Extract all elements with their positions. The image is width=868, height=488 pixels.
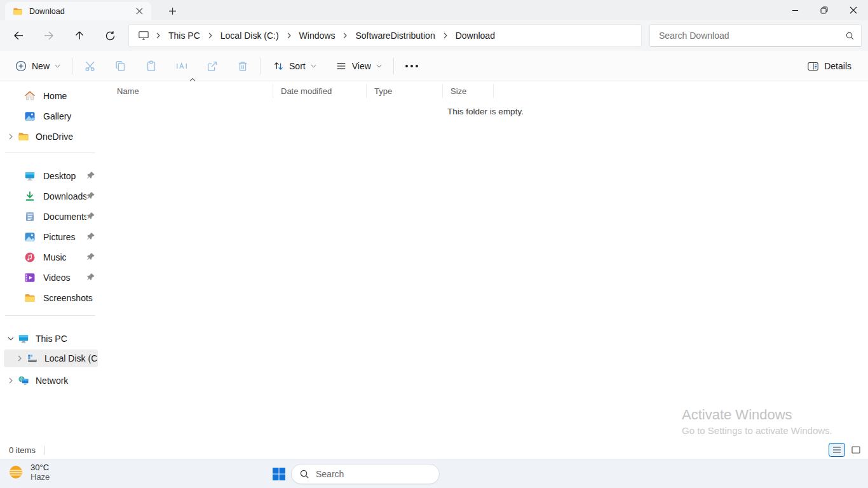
restore-button[interactable] [810,0,839,20]
sidebar-item-label: Screenshots [43,293,98,303]
explorer-tab[interactable]: Download [5,2,151,20]
breadcrumb-chevron-icon [340,32,350,39]
local-disk-icon [27,353,38,364]
large-icons-view-toggle[interactable] [848,443,864,457]
breadcrumb-this-pc[interactable]: This PC [163,28,205,43]
forward-button[interactable] [38,25,60,46]
share-button[interactable] [200,55,225,78]
sidebar-item-pictures[interactable]: Pictures [4,229,98,245]
file-list-area: Name Date modified Type Size This folder… [103,81,868,442]
details-pane-button[interactable]: Details [801,57,858,76]
sidebar-item-network[interactable]: Network [4,372,98,389]
back-button[interactable] [8,25,29,46]
rename-button[interactable] [169,55,194,78]
plus-circle-icon [15,60,27,72]
breadcrumb-softwaredistribution[interactable]: SoftwareDistribution [350,28,440,43]
new-button[interactable]: New [9,57,67,76]
paste-button[interactable] [139,55,164,78]
column-header-type[interactable]: Type [367,84,443,98]
new-tab-button[interactable] [164,3,180,18]
haze-weather-icon [6,463,25,482]
sidebar-item-label: This PC [36,334,98,344]
cut-button[interactable] [78,55,103,78]
close-button[interactable] [839,0,868,20]
item-count: 0 items [0,445,36,455]
sidebar-item-label: Pictures [43,232,86,242]
videos-icon [24,272,36,283]
weather-widget[interactable]: 30°C Haze [6,463,50,482]
sidebar-item-label: Videos [43,273,86,283]
windows-logo-icon [271,466,287,482]
sidebar-item-gallery[interactable]: Gallery [4,108,98,125]
refresh-button[interactable] [99,25,121,46]
start-button[interactable] [270,466,288,482]
navigation-pane: Home Gallery OneDrive Desktop [0,81,103,442]
toolbar-divider [261,58,261,74]
search-icon [299,469,309,479]
column-header-size[interactable]: Size [443,84,494,98]
chevron-right-icon[interactable] [4,377,18,384]
sidebar-item-label: OneDrive [36,132,98,142]
chevron-right-icon[interactable] [4,133,18,140]
details-pane-icon [807,61,819,72]
search-icon[interactable] [845,31,855,41]
desktop-screen: Download [0,0,868,488]
window-controls [780,0,868,20]
sidebar-item-music[interactable]: Music [4,249,98,266]
column-header-name[interactable]: Name [109,84,273,98]
delete-button[interactable] [230,55,255,78]
navigation-bar: This PC Local Disk (C:) Windows Software… [0,20,868,51]
sidebar-item-label: Local Disk (C:) [44,353,98,363]
taskbar-search-input[interactable] [316,469,417,479]
more-options-icon [405,65,408,67]
sidebar-item-label: Downloads [43,191,86,201]
sidebar-item-screenshots[interactable]: Screenshots [4,290,98,306]
chevron-down-icon[interactable] [4,336,18,341]
sidebar-item-downloads[interactable]: Downloads [4,188,98,205]
chevron-down-icon [55,64,60,68]
sidebar-item-onedrive[interactable]: OneDrive [4,128,98,145]
chevron-down-icon [311,64,316,68]
view-button-label: View [352,61,371,71]
column-header-date-modified[interactable]: Date modified [273,84,367,98]
watermark-subtitle: Go to Settings to activate Windows. [682,425,832,436]
sidebar-item-local-disk-c[interactable]: Local Disk (C:) [4,349,98,367]
view-button[interactable]: View [329,57,388,76]
minimize-button[interactable] [780,0,810,20]
sidebar-item-documents[interactable]: Documents [4,208,98,225]
pin-icon [86,191,97,201]
sidebar-item-label: Desktop [43,171,86,181]
pin-icon [86,252,97,262]
explorer-search-box[interactable] [649,24,862,47]
this-pc-monitor-icon [18,333,29,344]
up-button[interactable] [69,25,90,46]
empty-folder-message: This folder is empty. [103,107,868,116]
breadcrumb-download[interactable]: Download [451,28,500,43]
more-options-button[interactable] [399,55,424,78]
view-list-icon [336,60,347,72]
explorer-search-input[interactable] [659,30,845,41]
sort-icon [273,60,284,72]
gallery-icon [24,111,36,122]
sidebar-item-desktop[interactable]: Desktop [4,168,98,184]
details-view-toggle[interactable] [829,443,845,457]
sidebar-item-this-pc[interactable]: This PC [4,330,98,347]
chevron-right-icon[interactable] [13,355,27,362]
address-bar[interactable]: This PC Local Disk (C:) Windows Software… [128,24,642,47]
sidebar-item-label: Gallery [43,111,98,121]
sidebar-item-videos[interactable]: Videos [4,269,98,286]
sort-button[interactable]: Sort [266,57,323,76]
copy-button[interactable] [108,55,133,78]
breadcrumb-chevron-icon [205,32,215,39]
breadcrumb-chevron-icon [440,32,451,39]
breadcrumb-chevron-icon [284,32,294,39]
breadcrumb-windows[interactable]: Windows [294,28,341,43]
explorer-titlebar: Download [0,0,868,20]
tab-close-button[interactable] [132,4,146,18]
sidebar-divider [5,152,95,153]
breadcrumb-local-disk[interactable]: Local Disk (C:) [215,28,284,43]
chevron-down-icon [376,64,382,68]
new-button-label: New [32,61,50,71]
taskbar-search-box[interactable] [291,464,440,484]
sidebar-item-home[interactable]: Home [4,88,98,104]
